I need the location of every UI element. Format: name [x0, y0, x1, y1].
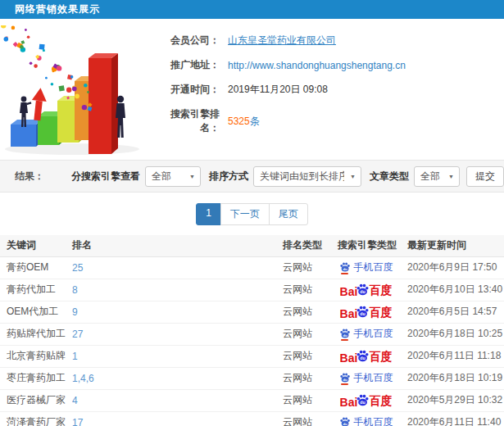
- rank-link[interactable]: 17: [72, 417, 83, 426]
- pagination: 1 下一页 尾页: [196, 203, 308, 225]
- baidu-logo-cn: 百度: [369, 306, 392, 320]
- filter-controls: 分搜索引擎查看 全部 排序方式 关键词由短到长排序 文章类型 全部 提交: [63, 166, 504, 187]
- baidu-logo-bai: Bai: [340, 307, 358, 320]
- rank-count-number: 5325: [228, 116, 250, 127]
- cell-updated: 2020年6月18日 10:19: [401, 367, 504, 389]
- mobile-baidu-badge: du手机百度: [339, 415, 393, 426]
- mobile-baidu-badge: du手机百度: [339, 371, 393, 385]
- url-label: 推广地址：: [156, 58, 220, 72]
- baidu-paw-icon: du: [356, 305, 370, 319]
- info-row-company: 会员公司： 山东皇圣堂药业有限公司: [156, 29, 406, 53]
- growth-chart-graphic: [0, 25, 156, 156]
- rank-link[interactable]: 9: [72, 306, 78, 318]
- mobile-baidu-label: 手机百度: [354, 327, 393, 341]
- cell-updated: 2020年6月9日 17:50: [401, 256, 504, 279]
- bar-red: [89, 53, 118, 154]
- cell-rank-type: 云网站: [276, 323, 331, 345]
- titlebar: 网络营销效果展示: [0, 0, 504, 19]
- cell-engine: du手机百度: [331, 411, 401, 426]
- article-select[interactable]: 全部: [414, 166, 460, 187]
- svg-text:du: du: [361, 399, 366, 404]
- rank-link[interactable]: 25: [72, 262, 83, 274]
- last-page-button[interactable]: 尾页: [269, 203, 308, 225]
- cell-keyword: 北京膏药贴牌: [0, 345, 66, 367]
- col-header-keyword: 关键词: [0, 235, 66, 256]
- baidu-logo-cn: 百度: [369, 394, 392, 409]
- page-1-button[interactable]: 1: [196, 203, 221, 225]
- baidu-logo: Baidu百度: [340, 392, 393, 409]
- svg-text:du: du: [361, 310, 366, 315]
- cell-rank: 9: [66, 301, 276, 323]
- rank-link[interactable]: 1: [72, 351, 78, 362]
- cell-rank-type: 云网站: [276, 301, 331, 323]
- cell-rank: 25: [66, 256, 276, 279]
- baidu-logo: Baidu百度: [340, 304, 393, 320]
- rank-link[interactable]: 4: [72, 395, 78, 406]
- table-row: 膏药OEM25云网站du手机百度2020年6月9日 17:50: [0, 256, 504, 279]
- info-row-rank-count: 搜索引擎排名： 5325条: [156, 102, 406, 141]
- company-link[interactable]: 山东皇圣堂药业有限公司: [228, 34, 336, 48]
- company-label: 会员公司：: [156, 34, 220, 48]
- table-header-row: 关键词 排名 排名类型 搜索引擎类型 最新更新时间: [0, 235, 504, 256]
- cell-keyword: 膏药OEM: [0, 256, 66, 279]
- info-row-url: 推广地址： http://www.shandonghuangshengtang.…: [156, 53, 406, 78]
- cell-rank-type: 云网站: [276, 411, 331, 426]
- cell-updated: 2020年6月11日 11:18: [401, 345, 504, 367]
- baidu-logo-paw: du: [356, 283, 370, 299]
- cell-updated: 2020年5月29日 10:32: [401, 389, 504, 411]
- engine-select-wrap: 全部: [145, 166, 201, 187]
- baidu-paw-icon: du: [356, 283, 370, 297]
- promotion-url-link[interactable]: http://www.shandonghuangshengtang.cn: [228, 60, 406, 71]
- page-title: 网络营销效果展示: [15, 2, 100, 16]
- rank-link[interactable]: 8: [72, 284, 78, 296]
- col-header-rank: 排名: [66, 235, 276, 256]
- cell-engine: du手机百度: [331, 323, 401, 345]
- baidu-logo: Baidu百度: [340, 348, 393, 365]
- open-time-label: 开通时间：: [156, 83, 220, 97]
- engine-select[interactable]: 全部: [145, 166, 201, 187]
- cell-engine: Baidu百度: [331, 279, 401, 301]
- baidu-logo-bai: Bai: [340, 351, 358, 365]
- profile-section: 会员公司： 山东皇圣堂药业有限公司 推广地址： http://www.shand…: [0, 19, 504, 160]
- mobile-baidu-paw: du: [339, 372, 351, 385]
- rank-link[interactable]: 27: [72, 329, 83, 340]
- baidu-logo-paw: du: [356, 305, 370, 321]
- rank-link[interactable]: 1,4,6: [72, 373, 94, 384]
- cell-engine: du手机百度: [331, 367, 401, 389]
- baidu-logo: Baidu百度: [340, 282, 393, 298]
- cell-rank: 27: [66, 323, 276, 345]
- mobile-baidu-paw: du: [339, 328, 351, 341]
- filter-bar: 结果： 分搜索引擎查看 全部 排序方式 关键词由短到长排序 文章类型 全部 提交: [0, 160, 504, 193]
- table-row: 医疗器械厂家4云网站Baidu百度2020年5月29日 10:32: [0, 389, 504, 411]
- cell-rank: 1,4,6: [66, 367, 276, 389]
- sort-filter-label: 排序方式: [209, 170, 248, 184]
- result-label: 结果：: [15, 170, 44, 184]
- rank-count-suffix: 条: [250, 116, 260, 127]
- rank-count-value: 5325条: [228, 115, 260, 129]
- svg-text:du: du: [343, 266, 347, 270]
- baidu-logo-cn: 百度: [369, 283, 392, 298]
- baidu-paw-icon: du: [339, 416, 351, 426]
- company-info: 会员公司： 山东皇圣堂药业有限公司 推广地址： http://www.shand…: [156, 25, 406, 156]
- sort-select[interactable]: 关键词由短到长排序: [253, 166, 361, 187]
- info-row-open-time: 开通时间： 2019年11月20日 09:08: [156, 78, 406, 102]
- cell-rank-type: 云网站: [276, 256, 331, 279]
- next-page-button[interactable]: 下一页: [220, 203, 270, 225]
- mobile-baidu-underline: [341, 273, 348, 274]
- table-row: 膏药代加工8云网站Baidu百度2020年6月10日 13:40: [0, 279, 504, 301]
- cell-rank-type: 云网站: [276, 279, 331, 301]
- mobile-baidu-badge: du手机百度: [339, 327, 393, 341]
- cell-updated: 2020年6月11日 11:40: [401, 411, 504, 426]
- svg-text:du: du: [361, 288, 366, 293]
- submit-button[interactable]: 提交: [466, 166, 504, 187]
- baidu-logo-bai: Bai: [340, 285, 358, 298]
- cell-keyword: 药贴牌代加工: [0, 323, 66, 345]
- baidu-logo-paw: du: [356, 393, 370, 410]
- mobile-baidu-badge: du手机百度: [339, 261, 393, 274]
- rank-count-label: 搜索引擎排名：: [156, 107, 220, 135]
- article-type-label: 文章类型: [370, 170, 409, 184]
- cell-updated: 2020年6月5日 14:57: [401, 301, 504, 323]
- cell-engine: Baidu百度: [331, 389, 401, 411]
- cell-keyword: 医疗器械厂家: [0, 389, 66, 411]
- cell-keyword: 膏药代加工: [0, 279, 66, 301]
